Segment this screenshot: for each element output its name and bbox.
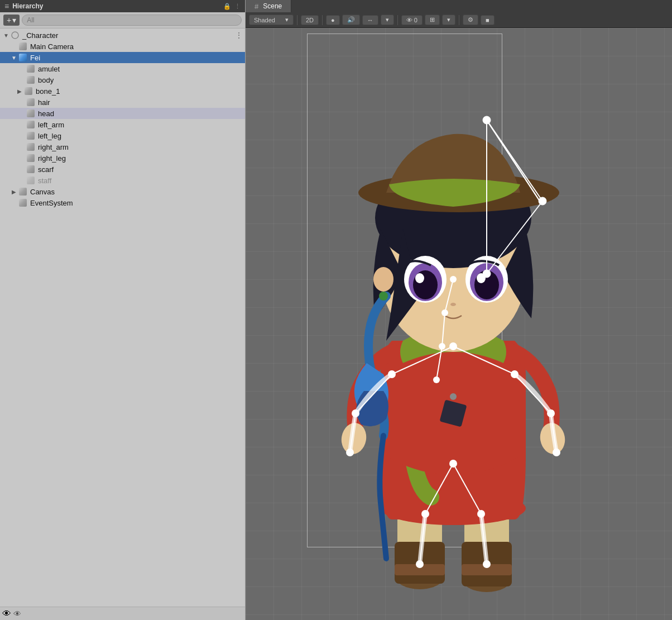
settings-button[interactable]: ⚙ bbox=[463, 15, 478, 25]
lock-icon[interactable]: 🔒 bbox=[223, 3, 231, 10]
canvas-icon bbox=[18, 187, 28, 197]
expand-arrow-canvas[interactable]: ▶ bbox=[10, 189, 18, 195]
right-leg-label: right_leg bbox=[38, 154, 66, 163]
amulet-label: amulet bbox=[38, 65, 60, 73]
svg-rect-7 bbox=[395, 564, 445, 575]
bone1-icon bbox=[23, 86, 33, 96]
character-illustration bbox=[246, 28, 672, 620]
hierarchy-list: ▼ _Character ⋮ Main Camera ▼ bbox=[0, 28, 245, 607]
expand-arrow-character[interactable]: ▼ bbox=[2, 32, 10, 39]
body-label: body bbox=[38, 76, 54, 84]
canvas-label: Canvas bbox=[30, 188, 55, 196]
main-camera-icon bbox=[18, 41, 28, 51]
2d-button[interactable]: 2D bbox=[301, 15, 319, 25]
right-arm-icon bbox=[26, 142, 36, 152]
separator-2 bbox=[322, 15, 323, 25]
body-icon bbox=[26, 75, 36, 85]
hierarchy-item-fei[interactable]: ▼ Fei bbox=[0, 52, 245, 63]
grid-dropdown[interactable]: ▾ bbox=[442, 15, 455, 25]
svg-point-25 bbox=[450, 303, 456, 306]
separator-1 bbox=[297, 15, 297, 25]
hierarchy-item-eventsystem[interactable]: EventSystem bbox=[0, 197, 245, 208]
hierarchy-item-character[interactable]: ▼ _Character ⋮ bbox=[0, 30, 245, 41]
staff-label: staff bbox=[38, 177, 51, 185]
scene-tab-label: Scene bbox=[263, 2, 282, 10]
hierarchy-item-staff[interactable]: staff bbox=[0, 175, 245, 186]
svg-point-12 bbox=[537, 421, 567, 456]
hierarchy-item-body[interactable]: body bbox=[0, 74, 245, 85]
scene-toolbar: Shaded ▾ 2D ● 🔊 ↔ ▾ 👁 0 ⊞ ▾ ⚙ ■ bbox=[246, 12, 672, 28]
character-label: _Character bbox=[22, 31, 58, 40]
svg-rect-8 bbox=[462, 564, 512, 575]
eye-icon[interactable]: 👁 bbox=[2, 609, 11, 619]
fx-dropdown[interactable]: ▾ bbox=[381, 15, 394, 25]
scene-tabs: # Scene bbox=[246, 0, 672, 12]
hierarchy-title: Hierarchy bbox=[12, 2, 220, 10]
character-more[interactable]: ⋮ bbox=[235, 31, 243, 40]
svg-point-13 bbox=[339, 421, 368, 456]
hierarchy-item-left-arm[interactable]: left_arm bbox=[0, 119, 245, 130]
light-button[interactable]: ● bbox=[326, 15, 340, 25]
hierarchy-panel: ≡ Hierarchy 🔒 ⋮ + ▾ ▼ _Character ⋮ bbox=[0, 0, 246, 620]
svg-rect-5 bbox=[395, 542, 445, 584]
expand-arrow-bone1[interactable]: ▶ bbox=[16, 88, 23, 94]
scene-viewport[interactable] bbox=[246, 28, 672, 620]
hierarchy-item-hair[interactable]: hair bbox=[0, 97, 245, 108]
scarf-icon bbox=[26, 164, 36, 174]
grid-button[interactable]: ⊞ bbox=[425, 15, 440, 25]
expand-arrow-fei[interactable]: ▼ bbox=[10, 55, 18, 61]
shaded-label: Shaded bbox=[254, 17, 275, 23]
left-leg-icon bbox=[26, 131, 36, 141]
hierarchy-item-scarf[interactable]: scarf bbox=[0, 164, 245, 175]
bone1-label: bone_1 bbox=[36, 87, 60, 96]
scene-panel: # Scene Shaded ▾ 2D ● 🔊 ↔ ▾ 👁 0 ⊞ ▾ ⚙ ■ bbox=[246, 0, 672, 620]
hash-icon: # bbox=[255, 2, 258, 11]
eventsystem-label: EventSystem bbox=[30, 199, 73, 207]
hierarchy-item-main-camera[interactable]: Main Camera bbox=[0, 41, 245, 52]
amulet-icon bbox=[26, 64, 36, 74]
fullscreen-button[interactable]: ■ bbox=[481, 15, 495, 25]
svg-point-23 bbox=[415, 273, 424, 283]
svg-point-26 bbox=[373, 267, 393, 292]
right-arm-label: right_arm bbox=[38, 143, 69, 151]
left-leg-label: left_leg bbox=[38, 132, 61, 140]
hierarchy-item-right-arm[interactable]: right_arm bbox=[0, 141, 245, 152]
hair-icon bbox=[26, 97, 36, 107]
svg-point-11 bbox=[450, 393, 457, 400]
svg-point-27 bbox=[379, 292, 388, 301]
head-icon bbox=[26, 108, 36, 118]
search-input[interactable] bbox=[22, 15, 242, 26]
more-icon[interactable]: ⋮ bbox=[234, 3, 241, 10]
left-arm-label: left_arm bbox=[38, 121, 64, 129]
visibility-bar: 👁 👁 bbox=[0, 607, 245, 620]
audio-button[interactable]: 🔊 bbox=[342, 15, 360, 25]
add-button[interactable]: + ▾ bbox=[3, 15, 20, 26]
hierarchy-item-left-leg[interactable]: left_leg bbox=[0, 130, 245, 141]
search-bar: + ▾ bbox=[0, 12, 245, 28]
shaded-arrow: ▾ bbox=[285, 16, 289, 23]
character-icon bbox=[10, 30, 20, 40]
fx-button[interactable]: ↔ bbox=[362, 15, 378, 25]
hierarchy-item-bone1[interactable]: ▶ bone_1 bbox=[0, 85, 245, 97]
fei-label: Fei bbox=[30, 54, 40, 62]
staff-icon bbox=[26, 175, 36, 185]
separator-3 bbox=[397, 15, 398, 25]
visibility-count-button[interactable]: 👁 0 bbox=[401, 15, 423, 25]
hierarchy-item-canvas[interactable]: ▶ Canvas bbox=[0, 186, 245, 197]
tab-scene[interactable]: # Scene bbox=[246, 0, 291, 12]
hierarchy-item-amulet[interactable]: amulet bbox=[0, 63, 245, 74]
svg-point-0 bbox=[12, 32, 18, 39]
hierarchy-header: ≡ Hierarchy 🔒 ⋮ bbox=[0, 0, 245, 12]
eventsystem-icon bbox=[18, 198, 28, 208]
fei-icon bbox=[18, 53, 28, 63]
hamburger-icon[interactable]: ≡ bbox=[4, 2, 9, 11]
hierarchy-item-head[interactable]: head bbox=[0, 108, 245, 119]
separator-4 bbox=[459, 15, 459, 25]
svg-point-24 bbox=[477, 273, 486, 283]
main-camera-label: Main Camera bbox=[30, 42, 74, 51]
shaded-dropdown[interactable]: Shaded ▾ bbox=[249, 15, 294, 25]
right-leg-icon bbox=[26, 153, 36, 163]
visibility-icon2[interactable]: 👁 bbox=[13, 609, 21, 618]
scarf-label: scarf bbox=[38, 165, 54, 174]
hierarchy-item-right-leg[interactable]: right_leg bbox=[0, 152, 245, 164]
